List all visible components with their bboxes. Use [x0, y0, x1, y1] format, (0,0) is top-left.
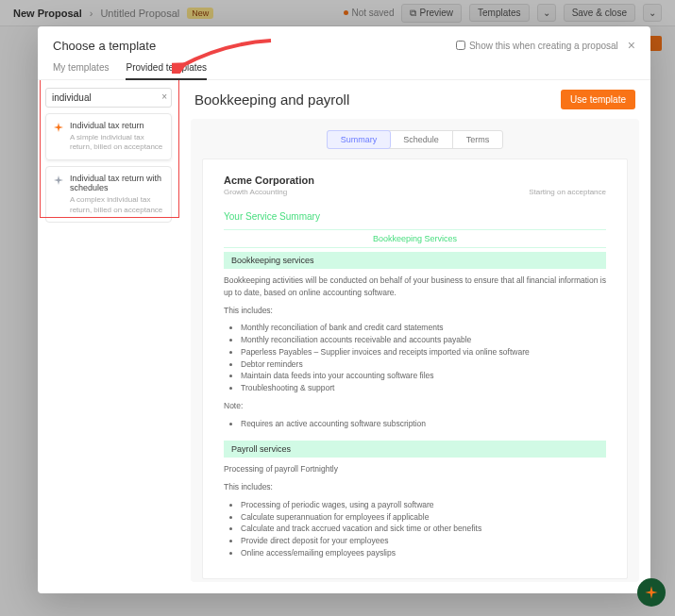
template-tabs: My templates Provided templates: [38, 53, 650, 80]
company-name: Acme Corporation: [224, 175, 606, 186]
clear-search-icon[interactable]: ×: [161, 92, 167, 102]
template-card-title: Individual tax return with schedules: [70, 174, 164, 194]
segment-summary[interactable]: Summary: [327, 130, 392, 149]
template-card-title: Individual tax return: [70, 121, 164, 131]
list-item: Calculate and track accrued vacation and…: [241, 523, 606, 535]
segment-schedule[interactable]: Schedule: [390, 131, 453, 148]
template-modal: Choose a template Show this when creatin…: [38, 26, 650, 593]
close-icon[interactable]: ×: [628, 38, 635, 53]
list-item: Provide direct deposit for your employee…: [241, 535, 606, 547]
template-sidebar: × Individual tax returnA simple individu…: [38, 80, 179, 593]
template-preview: Bookkeeping and payroll Use template Sum…: [179, 80, 650, 593]
search-input[interactable]: [45, 88, 172, 108]
show-on-create-checkbox[interactable]: Show this when creating a proposal: [456, 41, 618, 51]
note-list: Requires an active accounting software s…: [224, 418, 606, 430]
service-summary-heading: Your Service Summary: [224, 211, 606, 222]
section-intro: Bookkeeping activities will be conducted…: [224, 275, 606, 299]
list-item: Calculate superannuation for employees i…: [241, 511, 606, 524]
section-header: Bookkeeping Services: [224, 229, 606, 248]
preview-title: Bookkeeping and payroll: [194, 92, 561, 108]
list-item: Monthly reconciliation accounts receivab…: [241, 334, 606, 346]
start-date: Starting on acceptance: [529, 188, 606, 196]
template-card-desc: A complex individual tax return, billed …: [70, 195, 164, 215]
section-bar: Bookkeeping services: [224, 252, 606, 269]
includes-label: This includes:: [224, 305, 606, 317]
help-fab[interactable]: [637, 578, 666, 607]
list-item: Online access/emailing employees payslip…: [241, 547, 606, 559]
segment-terms[interactable]: Terms: [453, 131, 503, 148]
includes-label: This includes:: [224, 481, 606, 493]
tab-provided-templates[interactable]: Provided templates: [126, 62, 207, 80]
modal-title: Choose a template: [53, 39, 456, 53]
company-subtitle: Growth Accounting: [224, 188, 287, 196]
tab-my-templates[interactable]: My templates: [53, 62, 109, 79]
preview-segments: Summary Schedule Terms: [202, 130, 628, 149]
sparkle-icon: [644, 585, 659, 600]
preview-scroll[interactable]: Summary Schedule Terms Acme Corporation …: [191, 119, 639, 582]
bookkeeping-list: Monthly reconciliation of bank and credi…: [224, 322, 606, 394]
list-item: Maintain data feeds into your accounting…: [241, 370, 606, 382]
note-label: Note:: [224, 400, 606, 412]
list-item: Debtor reminders: [241, 358, 606, 371]
list-item: Troubleshooting & support: [241, 382, 606, 394]
section-intro: Processing of payroll Fortnightly: [224, 463, 606, 475]
sparkle-icon: [53, 122, 64, 133]
sparkle-icon: [53, 175, 64, 186]
template-card-desc: A simple individual tax return, billed o…: [70, 133, 164, 153]
list-item: Paperless Payables – Supplier invoices a…: [241, 346, 606, 358]
template-card[interactable]: Individual tax return with schedulesA co…: [45, 166, 172, 223]
list-item: Monthly reconciliation of bank and credi…: [241, 322, 606, 334]
template-card[interactable]: Individual tax returnA simple individual…: [45, 113, 172, 160]
payroll-list: Processing of periodic wages, using a pa…: [224, 499, 606, 559]
use-template-button[interactable]: Use template: [561, 90, 635, 109]
list-item: Processing of periodic wages, using a pa…: [241, 499, 606, 511]
list-item: Requires an active accounting software s…: [241, 418, 606, 430]
proposal-document: Acme Corporation Growth AccountingStarti…: [202, 158, 628, 579]
section-bar: Payroll services: [224, 441, 606, 458]
